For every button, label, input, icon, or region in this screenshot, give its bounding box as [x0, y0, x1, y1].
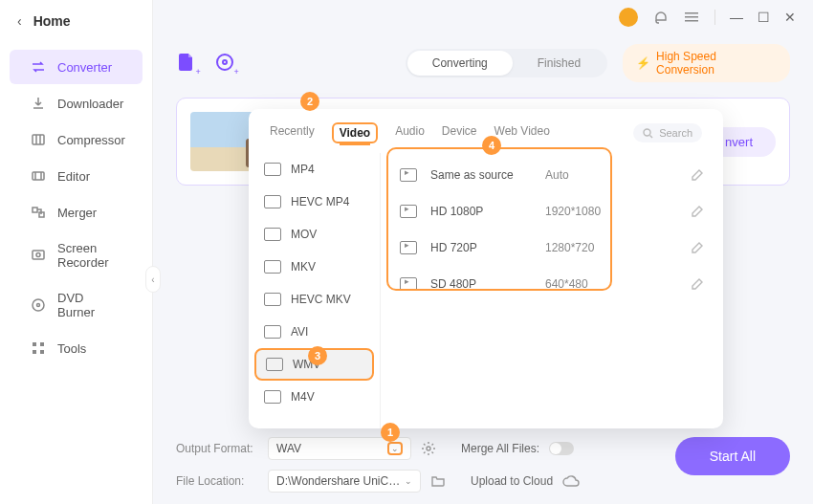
- status-segmented: Converting Finished: [406, 49, 607, 77]
- user-avatar[interactable]: [619, 8, 638, 27]
- upload-to-cloud-label: Upload to Cloud: [471, 474, 553, 488]
- sidebar-item-label: DVD Burner: [57, 291, 121, 319]
- format-mov[interactable]: MOV: [249, 218, 380, 251]
- sidebar-item-screen-recorder[interactable]: Screen Recorder: [10, 231, 143, 279]
- high-speed-conversion-button[interactable]: ⚡ High Speed Conversion: [623, 44, 790, 82]
- tab-video[interactable]: Video: [340, 126, 370, 145]
- svg-point-15: [217, 55, 232, 70]
- plus-icon: +: [196, 67, 201, 77]
- resolution-icon: [400, 277, 417, 291]
- sidebar-item-label: Downloader: [57, 97, 123, 111]
- annotation-badge-4: 4: [482, 136, 501, 155]
- chevron-down-icon: ⌄: [405, 476, 412, 486]
- sidebar-item-dvd-burner[interactable]: DVD Burner: [10, 281, 143, 329]
- svg-point-9: [33, 299, 44, 311]
- back-icon[interactable]: ‹: [17, 13, 22, 29]
- format-mkv[interactable]: MKV: [249, 251, 380, 283]
- merger-icon: [31, 205, 46, 220]
- sidebar-item-label: Compressor: [57, 133, 125, 147]
- sidebar-title: Home: [33, 13, 71, 29]
- sidebar-item-label: Tools: [57, 341, 86, 356]
- settings-icon[interactable]: [421, 441, 436, 456]
- edit-preset-icon[interactable]: [691, 205, 704, 218]
- format-m4v[interactable]: M4V: [249, 381, 380, 413]
- edit-preset-icon[interactable]: [691, 241, 704, 254]
- resolution-icon: [400, 168, 417, 182]
- tab-audio[interactable]: Audio: [395, 124, 425, 142]
- resolution-720p[interactable]: HD 720P1280*720: [381, 230, 723, 266]
- svg-rect-7: [33, 251, 44, 259]
- merge-all-toggle[interactable]: [549, 442, 574, 455]
- format-search[interactable]: Search: [633, 123, 702, 142]
- resolution-480p[interactable]: SD 480P640*480: [381, 266, 723, 302]
- cloud-icon[interactable]: [562, 474, 580, 488]
- tab-device[interactable]: Device: [442, 124, 477, 142]
- format-mp4[interactable]: MP4: [249, 153, 380, 186]
- resolution-list: Same as sourceAuto HD 1080P1920*1080 HD …: [381, 153, 723, 428]
- edit-preset-icon[interactable]: [691, 168, 704, 182]
- sidebar-item-merger[interactable]: Merger: [10, 195, 143, 230]
- lightning-icon: ⚡: [636, 56, 650, 70]
- support-icon[interactable]: [653, 10, 669, 25]
- add-dvd-button[interactable]: +: [214, 52, 237, 75]
- svg-rect-0: [685, 12, 698, 14]
- svg-point-19: [644, 129, 650, 136]
- svg-point-8: [36, 253, 40, 257]
- add-file-button[interactable]: +: [176, 52, 199, 75]
- format-hevc-mkv[interactable]: HEVC MKV: [249, 283, 380, 316]
- sidebar: ‹ Home Converter Downloader Compressor E…: [0, 0, 153, 504]
- svg-rect-1: [685, 16, 698, 18]
- svg-rect-13: [33, 350, 36, 354]
- editor-icon: [31, 168, 46, 184]
- output-format-label: Output Format:: [176, 442, 258, 455]
- svg-rect-3: [33, 135, 44, 144]
- maximize-button[interactable]: ☐: [758, 11, 769, 23]
- plus-icon: +: [233, 67, 238, 77]
- video-format-icon: [264, 163, 281, 176]
- sidebar-item-label: Screen Recorder: [57, 241, 121, 270]
- resolution-icon: [400, 241, 417, 254]
- search-icon: [643, 128, 653, 139]
- merge-all-label: Merge All Files:: [461, 442, 539, 455]
- start-all-button[interactable]: Start All: [675, 437, 790, 475]
- resolution-same-as-source[interactable]: Same as sourceAuto: [381, 157, 723, 193]
- dvd-burner-icon: [31, 297, 46, 313]
- sidebar-item-editor[interactable]: Editor: [10, 159, 143, 193]
- open-folder-icon[interactable]: [430, 473, 446, 489]
- format-avi[interactable]: AVI: [249, 316, 380, 348]
- resolution-1080p[interactable]: HD 1080P1920*1080: [381, 193, 723, 230]
- tab-converting[interactable]: Converting: [407, 51, 513, 76]
- video-format-icon: [264, 195, 281, 208]
- annotation-badge-3: 3: [308, 346, 327, 365]
- svg-point-10: [37, 304, 40, 307]
- file-location-dropdown[interactable]: D:\Wondershare UniConverter 1 ⌄: [268, 470, 421, 493]
- format-hevc-mp4[interactable]: HEVC MP4: [249, 186, 380, 218]
- tools-icon: [31, 340, 46, 356]
- video-format-icon: [266, 358, 283, 371]
- video-format-icon: [264, 325, 281, 339]
- tab-finished[interactable]: Finished: [513, 51, 605, 76]
- sidebar-item-label: Editor: [57, 169, 90, 184]
- close-button[interactable]: ✕: [784, 11, 796, 23]
- video-format-icon: [264, 260, 281, 274]
- sidebar-item-converter[interactable]: Converter: [10, 50, 143, 84]
- resolution-icon: [400, 205, 417, 218]
- annotation-badge-1: 1: [381, 423, 400, 442]
- file-location-label: File Location:: [176, 474, 258, 488]
- sidebar-item-label: Converter: [57, 60, 112, 75]
- video-format-icon: [264, 390, 281, 404]
- edit-preset-icon[interactable]: [691, 277, 704, 291]
- svg-point-20: [427, 447, 430, 450]
- menu-icon[interactable]: [684, 10, 699, 25]
- chevron-down-icon: ⌄: [387, 442, 403, 455]
- tab-web-video[interactable]: Web Video: [494, 124, 550, 142]
- sidebar-item-downloader[interactable]: Downloader: [10, 86, 143, 121]
- svg-rect-11: [33, 342, 36, 346]
- tab-recently[interactable]: Recently: [270, 124, 315, 142]
- svg-rect-14: [40, 350, 44, 354]
- sidebar-item-tools[interactable]: Tools: [10, 331, 143, 365]
- svg-point-16: [223, 60, 227, 64]
- minimize-button[interactable]: —: [731, 11, 742, 23]
- converter-icon: [31, 59, 46, 75]
- sidebar-item-compressor[interactable]: Compressor: [10, 122, 143, 157]
